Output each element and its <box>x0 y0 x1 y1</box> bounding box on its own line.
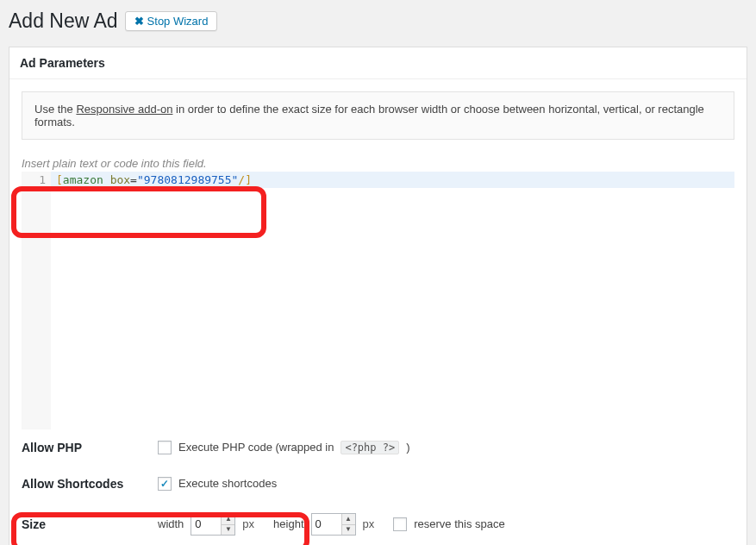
code-editor[interactable]: 1 [amazon box="9780812989755"/] <box>22 172 734 429</box>
allow-shortcodes-text: Execute shortcodes <box>178 477 277 490</box>
reserve-space-checkbox[interactable] <box>393 517 407 531</box>
width-label: width <box>158 517 184 530</box>
height-step-up[interactable]: ▲ <box>342 514 355 524</box>
reserve-space-label: reserve this space <box>414 517 505 530</box>
allow-shortcodes-label: Allow Shortcodes <box>22 477 158 491</box>
allow-shortcodes-row: Allow Shortcodes Execute shortcodes <box>22 466 734 502</box>
code-gutter: 1 <box>22 172 51 429</box>
panel-title: Ad Parameters <box>9 47 747 79</box>
stop-wizard-label: Stop Wizard <box>147 15 209 28</box>
code-empty-area[interactable] <box>51 188 734 410</box>
form-rows: Allow PHP Execute PHP code (wrapped in <… <box>9 429 747 545</box>
close-icon: ✖ <box>134 15 144 28</box>
width-step-down[interactable]: ▼ <box>222 524 234 535</box>
allow-shortcodes-checkbox[interactable] <box>158 477 172 491</box>
ad-parameters-panel: Ad Parameters Use the Responsive add-on … <box>9 47 747 545</box>
size-label: Size <box>22 517 158 531</box>
code-line-1[interactable]: [amazon box="9780812989755"/] <box>51 172 734 188</box>
height-step-down[interactable]: ▼ <box>342 524 355 535</box>
allow-php-text-before: Execute PHP code (wrapped in <box>178 441 334 454</box>
editor-hint: Insert plain text or code into this fiel… <box>9 152 747 172</box>
width-input-wrap: ▲ ▼ <box>191 513 235 536</box>
allow-php-label: Allow PHP <box>22 441 158 454</box>
allow-php-text-after: ) <box>406 441 409 454</box>
code-area[interactable]: [amazon box="9780812989755"/] <box>51 172 734 429</box>
responsive-addon-notice: Use the Responsive add-on in order to de… <box>22 91 734 140</box>
allow-php-row: Allow PHP Execute PHP code (wrapped in <… <box>22 429 734 466</box>
height-input[interactable] <box>312 514 341 535</box>
page-header: Add New Ad ✖ Stop Wizard <box>9 9 747 34</box>
stop-wizard-button[interactable]: ✖ Stop Wizard <box>125 11 218 31</box>
height-input-wrap: ▲ ▼ <box>311 513 356 536</box>
height-label: height <box>273 517 303 530</box>
allow-php-checkbox[interactable] <box>158 441 172 454</box>
height-spinner: ▲ ▼ <box>341 514 355 535</box>
size-row: Size width ▲ ▼ px height <box>22 502 734 545</box>
responsive-addon-link[interactable]: Responsive add-on <box>76 103 172 116</box>
width-unit: px <box>242 517 254 530</box>
height-unit: px <box>363 517 375 530</box>
width-spinner: ▲ ▼ <box>221 514 234 535</box>
page-title: Add New Ad <box>9 9 118 34</box>
panel-body: Use the Responsive add-on in order to de… <box>9 91 747 545</box>
php-tag-chip: <?php ?> <box>341 441 399 454</box>
width-step-up[interactable]: ▲ <box>222 514 234 524</box>
line-number: 1 <box>23 173 46 186</box>
notice-prefix: Use the <box>34 103 76 116</box>
width-input[interactable] <box>191 514 221 535</box>
